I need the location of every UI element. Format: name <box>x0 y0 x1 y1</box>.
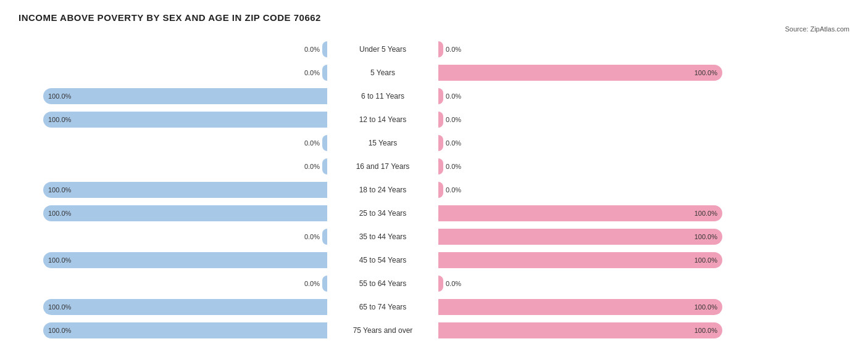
chart-row: 100.0%45 to 54 Years100.0% <box>19 250 849 271</box>
male-value: 100.0% <box>48 327 71 334</box>
female-bar: 100.0% <box>438 252 722 268</box>
right-section: 0.0% <box>438 276 747 292</box>
right-section: 0.0% <box>438 112 747 128</box>
male-value: 100.0% <box>48 116 71 123</box>
chart-row: 100.0%25 to 34 Years100.0% <box>19 203 849 224</box>
right-section: 100.0% <box>438 299 747 315</box>
female-bar: 100.0% <box>438 65 722 81</box>
source-label: Source: ZipAtlas.com <box>19 25 849 33</box>
chart-row: 100.0%12 to 14 Years0.0% <box>19 109 849 130</box>
male-value: 0.0% <box>304 233 320 240</box>
age-label: 6 to 11 Years <box>327 92 438 100</box>
left-section: 100.0% <box>19 252 327 268</box>
female-value: 0.0% <box>446 163 461 170</box>
age-label: 5 Years <box>327 68 438 77</box>
male-bar: 100.0% <box>43 182 327 198</box>
female-value: 100.0% <box>695 327 717 334</box>
age-label: 75 Years and over <box>327 326 438 335</box>
right-section: 100.0% <box>438 229 747 245</box>
left-section: 100.0% <box>19 182 327 198</box>
male-value: 0.0% <box>304 280 320 287</box>
chart-container: INCOME ABOVE POVERTY BY SEX AND AGE IN Z… <box>19 12 849 344</box>
age-label: 45 to 54 Years <box>327 256 438 264</box>
left-section: 0.0% <box>19 229 327 245</box>
left-section: 0.0% <box>19 41 327 57</box>
left-section: 100.0% <box>19 112 327 128</box>
chart-row: 100.0%65 to 74 Years100.0% <box>19 297 849 317</box>
right-section: 0.0% <box>438 88 747 104</box>
right-section: 100.0% <box>438 252 747 268</box>
male-value: 100.0% <box>48 92 71 100</box>
male-bar: 100.0% <box>43 252 327 268</box>
age-label: Under 5 Years <box>327 45 438 54</box>
female-value: 100.0% <box>695 233 717 240</box>
age-label: 35 to 44 Years <box>327 232 438 241</box>
right-section: 100.0% <box>438 322 747 338</box>
female-value: 0.0% <box>446 186 461 194</box>
male-value: 0.0% <box>304 139 320 147</box>
female-value: 100.0% <box>695 303 717 311</box>
female-bar: 100.0% <box>438 299 722 315</box>
right-section: 100.0% <box>438 65 747 81</box>
female-bar: 100.0% <box>438 229 722 245</box>
right-section: 0.0% <box>438 158 747 174</box>
chart-title: INCOME ABOVE POVERTY BY SEX AND AGE IN Z… <box>19 12 849 23</box>
male-value: 100.0% <box>48 303 71 311</box>
age-label: 15 Years <box>327 139 438 147</box>
age-label: 16 and 17 Years <box>327 162 438 171</box>
right-section: 0.0% <box>438 182 747 198</box>
female-bar: 100.0% <box>438 322 722 338</box>
female-value: 0.0% <box>446 92 461 100</box>
chart-row: 100.0%6 to 11 Years0.0% <box>19 86 849 107</box>
left-section: 0.0% <box>19 135 327 151</box>
female-value: 0.0% <box>446 280 461 287</box>
female-value: 100.0% <box>695 69 717 76</box>
left-section: 0.0% <box>19 158 327 174</box>
male-bar: 100.0% <box>43 205 327 221</box>
age-label: 25 to 34 Years <box>327 209 438 218</box>
left-section: 0.0% <box>19 276 327 292</box>
right-section: 0.0% <box>438 135 747 151</box>
female-value: 0.0% <box>446 139 461 147</box>
male-value: 0.0% <box>304 163 320 170</box>
chart-row: 0.0%Under 5 Years0.0% <box>19 39 849 60</box>
female-value: 100.0% <box>695 256 717 264</box>
chart-row: 0.0%15 Years0.0% <box>19 133 849 154</box>
left-section: 0.0% <box>19 65 327 81</box>
age-label: 65 to 74 Years <box>327 303 438 311</box>
male-bar: 100.0% <box>43 112 327 128</box>
left-section: 100.0% <box>19 299 327 315</box>
right-section: 0.0% <box>438 41 747 57</box>
female-value: 0.0% <box>446 116 461 123</box>
right-section: 100.0% <box>438 205 747 221</box>
male-bar: 100.0% <box>43 88 327 104</box>
chart-area: 0.0%Under 5 Years0.0%0.0%5 Years100.0%10… <box>19 39 849 341</box>
male-value: 100.0% <box>48 256 71 264</box>
male-value: 0.0% <box>304 69 320 76</box>
female-value: 0.0% <box>446 46 461 53</box>
age-label: 55 to 64 Years <box>327 279 438 288</box>
male-bar: 100.0% <box>43 322 327 338</box>
chart-row: 100.0%75 Years and over100.0% <box>19 320 849 341</box>
age-label: 12 to 14 Years <box>327 115 438 124</box>
age-label: 18 to 24 Years <box>327 186 438 194</box>
male-value: 100.0% <box>48 210 71 217</box>
male-bar: 100.0% <box>43 299 327 315</box>
female-value: 100.0% <box>695 210 717 217</box>
chart-row: 0.0%5 Years100.0% <box>19 62 849 83</box>
male-value: 0.0% <box>304 46 320 53</box>
male-value: 100.0% <box>48 186 71 194</box>
left-section: 100.0% <box>19 322 327 338</box>
chart-row: 100.0%18 to 24 Years0.0% <box>19 179 849 200</box>
chart-row: 0.0%16 and 17 Years0.0% <box>19 156 849 177</box>
left-section: 100.0% <box>19 205 327 221</box>
female-bar: 100.0% <box>438 205 722 221</box>
chart-row: 0.0%35 to 44 Years100.0% <box>19 226 849 247</box>
chart-row: 0.0%55 to 64 Years0.0% <box>19 273 849 294</box>
left-section: 100.0% <box>19 88 327 104</box>
